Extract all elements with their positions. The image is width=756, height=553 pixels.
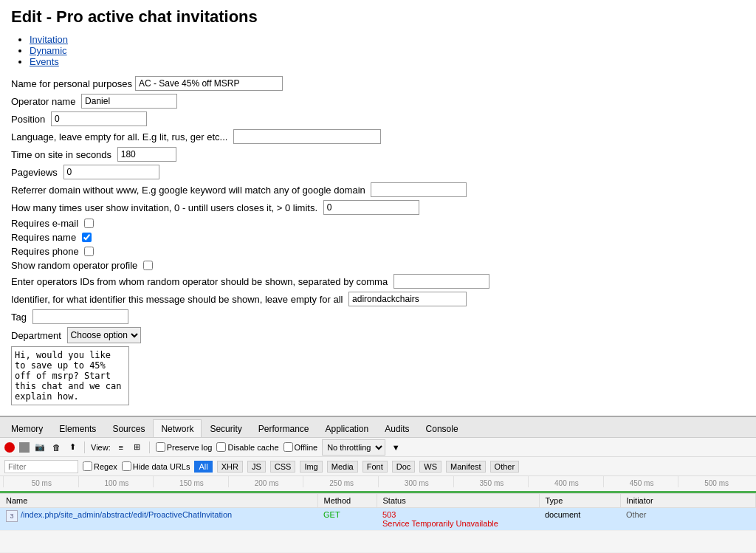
network-table: Name Method Status Type Initiator 3 /ind…	[0, 494, 756, 553]
hide-data-urls-checkbox[interactable]	[122, 461, 131, 471]
name-cell-content: 3 /index.php/site_admin/abstract/edit/Pr…	[6, 510, 312, 522]
network-toolbar: 📷 🗑 ⬆ View: ≡ ⊞ Preserve log Disable cac…	[0, 438, 756, 457]
requires-name-row: Requires name	[11, 232, 745, 243]
filter-btn-font[interactable]: Font	[362, 461, 388, 473]
row-url: /index.php/site_admin/abstract/edit/Proa…	[21, 510, 232, 519]
breadcrumb-invitation: Invitation	[30, 34, 745, 45]
show-operator-checkbox[interactable]	[143, 261, 153, 270]
filter-btn-doc[interactable]: Doc	[392, 461, 416, 473]
time-input[interactable]	[117, 147, 176, 162]
filter-btn-css[interactable]: CSS	[270, 461, 296, 473]
separator-2	[149, 442, 150, 453]
requires-email-checkbox[interactable]	[84, 219, 94, 228]
tab-audits[interactable]: Audits	[377, 419, 417, 437]
department-select[interactable]: Choose option	[67, 327, 141, 343]
timeline-500ms: 500 ms	[678, 476, 753, 487]
tab-performance[interactable]: Performance	[250, 419, 317, 437]
requires-phone-checkbox[interactable]	[84, 247, 94, 256]
row-method: GET	[323, 510, 340, 519]
offline-checkbox[interactable]	[284, 442, 293, 452]
separator-1	[84, 442, 85, 453]
position-input[interactable]	[51, 111, 147, 126]
record-button[interactable]	[4, 442, 15, 453]
filter-btn-all[interactable]: All	[194, 461, 212, 473]
operator-name-input[interactable]	[81, 94, 177, 109]
identifier-input[interactable]	[348, 292, 467, 306]
tab-console[interactable]: Console	[418, 419, 467, 437]
network-table-header: Name Method Status Type Initiator	[0, 494, 756, 508]
tab-sources[interactable]: Sources	[104, 419, 153, 437]
timeline-250ms: 250 ms	[303, 476, 378, 487]
stop-button[interactable]	[19, 442, 30, 453]
filter-btn-xhr[interactable]: XHR	[217, 461, 243, 473]
tag-input[interactable]	[32, 309, 128, 324]
department-row: Department Choose option	[11, 327, 745, 343]
filter-input[interactable]	[4, 460, 78, 473]
operator-ids-input[interactable]	[394, 274, 489, 289]
tab-elements[interactable]: Elements	[51, 419, 104, 437]
filter-btn-ws[interactable]: WS	[419, 461, 441, 473]
show-times-row: How many times user show invitation, 0 -…	[11, 200, 745, 215]
devtools-tab-bar: Memory Elements Sources Network Security…	[0, 417, 756, 438]
time-row: Time on site in seconds	[11, 147, 745, 162]
department-label: Department	[11, 330, 61, 341]
view-label: View:	[91, 443, 111, 452]
timeline-350ms: 350 ms	[453, 476, 529, 487]
show-times-input[interactable]	[323, 200, 419, 215]
timeline-400ms: 400 ms	[528, 476, 603, 487]
trash-icon[interactable]: 🗑	[50, 442, 62, 453]
filter-btn-other[interactable]: Other	[490, 461, 520, 473]
filter-btn-img[interactable]: Img	[300, 461, 322, 473]
throttle-select[interactable]: No throttling	[322, 439, 385, 456]
camera-icon[interactable]: 📷	[34, 442, 46, 453]
filter-btn-media[interactable]: Media	[327, 461, 358, 473]
view-grid-icon[interactable]: ⊞	[131, 442, 143, 453]
row-type: document	[545, 510, 580, 519]
language-input[interactable]	[233, 129, 381, 144]
timeline-labels: 50 ms 100 ms 150 ms 200 ms 250 ms 300 ms…	[0, 476, 756, 487]
main-content: Edit - Pro active chat invitations Invit…	[0, 0, 756, 416]
operator-ids-row: Enter operators IDs from whom random ope…	[11, 274, 745, 289]
tab-memory[interactable]: Memory	[3, 419, 51, 437]
disable-cache-checkbox[interactable]	[216, 442, 226, 452]
view-list-icon[interactable]: ≡	[115, 442, 127, 453]
breadcrumb-link-dynamic[interactable]: Dynamic	[30, 45, 67, 56]
tab-security[interactable]: Security	[202, 419, 250, 437]
name-input[interactable]	[135, 76, 283, 91]
regex-label: Regex	[83, 461, 117, 471]
preserve-log-label: Preserve log	[156, 442, 213, 452]
filter-btn-js[interactable]: JS	[247, 461, 266, 473]
filter-icon[interactable]: ⬆	[66, 442, 78, 453]
chat-textarea[interactable]: Hi, would you like to save up to 45% off…	[11, 346, 129, 405]
col-header-initiator: Initiator	[620, 494, 756, 508]
row-status-code: 503	[382, 510, 396, 519]
name-row: Name for personal purposes	[11, 76, 745, 91]
timeline-green-line	[0, 491, 756, 493]
col-header-method: Method	[317, 494, 377, 508]
show-times-label: How many times user show invitation, 0 -…	[11, 202, 317, 213]
breadcrumb-link-events[interactable]: Events	[30, 56, 59, 67]
requires-email-row: Requires e-mail	[11, 218, 745, 229]
identifier-row: Identifier, for what identifier this mes…	[11, 292, 745, 306]
show-operator-row: Show random operator profile	[11, 260, 745, 271]
timeline-100ms: 100 ms	[78, 476, 154, 487]
tab-application[interactable]: Application	[317, 419, 377, 437]
filter-btn-manifest[interactable]: Manifest	[446, 461, 486, 473]
preserve-log-checkbox[interactable]	[156, 442, 165, 452]
tab-network[interactable]: Network	[153, 419, 202, 437]
position-row: Position	[11, 111, 745, 126]
referrer-row: Referrer domain without www, E.g google …	[11, 182, 745, 197]
breadcrumb-link-invitation[interactable]: Invitation	[30, 34, 68, 45]
referrer-input[interactable]	[371, 182, 467, 197]
regex-checkbox[interactable]	[83, 461, 92, 471]
referrer-label: Referrer domain without www, E.g google …	[11, 185, 365, 196]
table-row[interactable]: 3 /index.php/site_admin/abstract/edit/Pr…	[0, 508, 756, 531]
pageviews-label: Pageviews	[11, 167, 58, 178]
timeline-200ms: 200 ms	[228, 476, 303, 487]
col-header-status: Status	[377, 494, 539, 508]
file-icon: 3	[6, 510, 18, 522]
requires-phone-row: Requires phone	[11, 246, 745, 257]
pageviews-input[interactable]	[63, 165, 159, 179]
requires-name-checkbox[interactable]	[82, 233, 92, 242]
throttle-dropdown-icon[interactable]: ▼	[390, 442, 402, 453]
